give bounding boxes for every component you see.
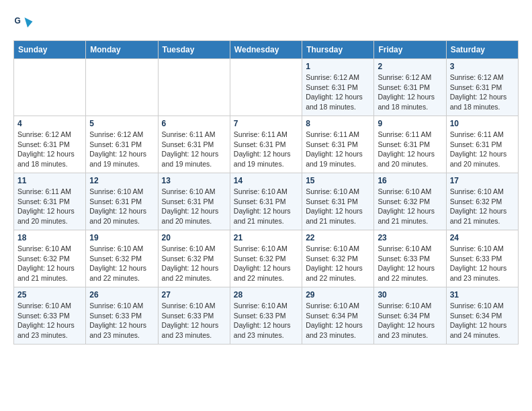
day-info: Sunrise: 6:11 AM Sunset: 6:31 PM Dayligh… (162, 130, 226, 169)
day-number: 13 (162, 176, 226, 185)
day-number: 26 (89, 290, 154, 300)
day-info: Sunrise: 6:10 AM Sunset: 6:33 PM Dayligh… (450, 244, 515, 283)
day-cell: 23Sunrise: 6:10 AM Sunset: 6:33 PM Dayli… (374, 230, 446, 287)
week-row-2: 4Sunrise: 6:12 AM Sunset: 6:31 PM Daylig… (14, 116, 519, 173)
week-row-5: 25Sunrise: 6:10 AM Sunset: 6:33 PM Dayli… (14, 287, 519, 345)
day-info: Sunrise: 6:12 AM Sunset: 6:31 PM Dayligh… (450, 73, 515, 112)
day-cell: 20Sunrise: 6:10 AM Sunset: 6:32 PM Dayli… (158, 230, 230, 287)
day-info: Sunrise: 6:11 AM Sunset: 6:31 PM Dayligh… (234, 130, 298, 169)
day-info: Sunrise: 6:10 AM Sunset: 6:32 PM Dayligh… (306, 244, 370, 283)
day-info: Sunrise: 6:12 AM Sunset: 6:31 PM Dayligh… (89, 130, 154, 169)
day-cell: 3Sunrise: 6:12 AM Sunset: 6:31 PM Daylig… (446, 59, 518, 116)
day-cell: 29Sunrise: 6:10 AM Sunset: 6:34 PM Dayli… (302, 287, 374, 345)
day-cell: 17Sunrise: 6:10 AM Sunset: 6:32 PM Dayli… (446, 173, 518, 230)
day-info: Sunrise: 6:10 AM Sunset: 6:31 PM Dayligh… (89, 187, 154, 226)
day-cell: 15Sunrise: 6:10 AM Sunset: 6:31 PM Dayli… (302, 173, 374, 230)
day-info: Sunrise: 6:10 AM Sunset: 6:33 PM Dayligh… (162, 301, 226, 340)
day-number: 30 (378, 290, 442, 300)
day-info: Sunrise: 6:10 AM Sunset: 6:32 PM Dayligh… (17, 244, 82, 283)
day-cell: 26Sunrise: 6:10 AM Sunset: 6:33 PM Dayli… (86, 287, 158, 345)
day-info: Sunrise: 6:10 AM Sunset: 6:31 PM Dayligh… (234, 187, 298, 226)
day-info: Sunrise: 6:10 AM Sunset: 6:32 PM Dayligh… (162, 244, 226, 283)
day-number: 31 (450, 290, 515, 300)
header-row: SundayMondayTuesdayWednesdayThursdayFrid… (14, 41, 519, 59)
day-cell: 22Sunrise: 6:10 AM Sunset: 6:32 PM Dayli… (302, 230, 374, 287)
day-info: Sunrise: 6:10 AM Sunset: 6:31 PM Dayligh… (162, 187, 226, 226)
header-cell-wednesday: Wednesday (230, 41, 302, 59)
day-cell: 5Sunrise: 6:12 AM Sunset: 6:31 PM Daylig… (86, 116, 158, 173)
day-info: Sunrise: 6:10 AM Sunset: 6:34 PM Dayligh… (378, 301, 442, 340)
day-cell (86, 59, 158, 116)
day-number: 23 (378, 233, 442, 242)
week-row-3: 11Sunrise: 6:11 AM Sunset: 6:31 PM Dayli… (14, 173, 519, 230)
day-number: 4 (17, 119, 82, 128)
day-cell: 19Sunrise: 6:10 AM Sunset: 6:32 PM Dayli… (86, 230, 158, 287)
logo-icon: G (13, 13, 34, 34)
day-number: 9 (378, 119, 442, 128)
header-cell-thursday: Thursday (302, 41, 374, 59)
day-cell (14, 59, 86, 116)
header-cell-tuesday: Tuesday (158, 41, 230, 59)
day-number: 10 (450, 119, 515, 128)
svg-marker-1 (25, 17, 33, 28)
day-info: Sunrise: 6:11 AM Sunset: 6:31 PM Dayligh… (378, 130, 442, 169)
calendar-header: SundayMondayTuesdayWednesdayThursdayFrid… (14, 41, 519, 59)
day-cell: 12Sunrise: 6:10 AM Sunset: 6:31 PM Dayli… (86, 173, 158, 230)
day-cell: 2Sunrise: 6:12 AM Sunset: 6:31 PM Daylig… (374, 59, 446, 116)
day-info: Sunrise: 6:10 AM Sunset: 6:34 PM Dayligh… (306, 301, 370, 340)
day-info: Sunrise: 6:10 AM Sunset: 6:32 PM Dayligh… (234, 244, 298, 283)
day-info: Sunrise: 6:12 AM Sunset: 6:31 PM Dayligh… (17, 130, 82, 169)
day-number: 21 (234, 233, 298, 242)
day-number: 11 (17, 176, 82, 185)
day-cell: 28Sunrise: 6:10 AM Sunset: 6:33 PM Dayli… (230, 287, 302, 345)
day-info: Sunrise: 6:12 AM Sunset: 6:31 PM Dayligh… (306, 73, 370, 112)
day-info: Sunrise: 6:11 AM Sunset: 6:31 PM Dayligh… (17, 187, 82, 226)
day-number: 20 (162, 233, 226, 242)
day-number: 7 (234, 119, 298, 128)
day-cell (230, 59, 302, 116)
day-number: 16 (378, 176, 442, 185)
day-cell: 18Sunrise: 6:10 AM Sunset: 6:32 PM Dayli… (14, 230, 86, 287)
day-cell: 27Sunrise: 6:10 AM Sunset: 6:33 PM Dayli… (158, 287, 230, 345)
day-cell: 16Sunrise: 6:10 AM Sunset: 6:32 PM Dayli… (374, 173, 446, 230)
day-cell: 21Sunrise: 6:10 AM Sunset: 6:32 PM Dayli… (230, 230, 302, 287)
svg-text:G: G (15, 16, 21, 26)
calendar-body: 1Sunrise: 6:12 AM Sunset: 6:31 PM Daylig… (14, 59, 519, 345)
day-info: Sunrise: 6:11 AM Sunset: 6:31 PM Dayligh… (450, 130, 515, 169)
day-cell: 9Sunrise: 6:11 AM Sunset: 6:31 PM Daylig… (374, 116, 446, 173)
day-info: Sunrise: 6:12 AM Sunset: 6:31 PM Dayligh… (378, 73, 442, 112)
day-info: Sunrise: 6:10 AM Sunset: 6:34 PM Dayligh… (450, 301, 515, 340)
day-cell: 4Sunrise: 6:12 AM Sunset: 6:31 PM Daylig… (14, 116, 86, 173)
day-cell: 13Sunrise: 6:10 AM Sunset: 6:31 PM Dayli… (158, 173, 230, 230)
day-info: Sunrise: 6:10 AM Sunset: 6:31 PM Dayligh… (306, 187, 370, 226)
day-number: 1 (306, 62, 370, 71)
header-cell-sunday: Sunday (14, 41, 86, 59)
logo: G (13, 13, 36, 34)
day-number: 28 (234, 290, 298, 300)
day-number: 12 (89, 176, 154, 185)
day-number: 19 (89, 233, 154, 242)
day-number: 25 (17, 290, 82, 300)
day-info: Sunrise: 6:10 AM Sunset: 6:33 PM Dayligh… (234, 301, 298, 340)
day-number: 8 (306, 119, 370, 128)
day-cell: 24Sunrise: 6:10 AM Sunset: 6:33 PM Dayli… (446, 230, 518, 287)
day-number: 5 (89, 119, 154, 128)
day-cell: 11Sunrise: 6:11 AM Sunset: 6:31 PM Dayli… (14, 173, 86, 230)
week-row-1: 1Sunrise: 6:12 AM Sunset: 6:31 PM Daylig… (14, 59, 519, 116)
day-info: Sunrise: 6:10 AM Sunset: 6:32 PM Dayligh… (89, 244, 154, 283)
day-info: Sunrise: 6:10 AM Sunset: 6:32 PM Dayligh… (450, 187, 515, 226)
day-cell: 6Sunrise: 6:11 AM Sunset: 6:31 PM Daylig… (158, 116, 230, 173)
week-row-4: 18Sunrise: 6:10 AM Sunset: 6:32 PM Dayli… (14, 230, 519, 287)
day-cell: 30Sunrise: 6:10 AM Sunset: 6:34 PM Dayli… (374, 287, 446, 345)
header-cell-saturday: Saturday (446, 41, 518, 59)
day-cell: 14Sunrise: 6:10 AM Sunset: 6:31 PM Dayli… (230, 173, 302, 230)
day-number: 27 (162, 290, 226, 300)
calendar-table: SundayMondayTuesdayWednesdayThursdayFrid… (13, 40, 519, 345)
day-cell: 7Sunrise: 6:11 AM Sunset: 6:31 PM Daylig… (230, 116, 302, 173)
day-cell (158, 59, 230, 116)
day-number: 17 (450, 176, 515, 185)
day-cell: 10Sunrise: 6:11 AM Sunset: 6:31 PM Dayli… (446, 116, 518, 173)
day-info: Sunrise: 6:10 AM Sunset: 6:33 PM Dayligh… (89, 301, 154, 340)
header-cell-friday: Friday (374, 41, 446, 59)
day-info: Sunrise: 6:10 AM Sunset: 6:32 PM Dayligh… (378, 187, 442, 226)
